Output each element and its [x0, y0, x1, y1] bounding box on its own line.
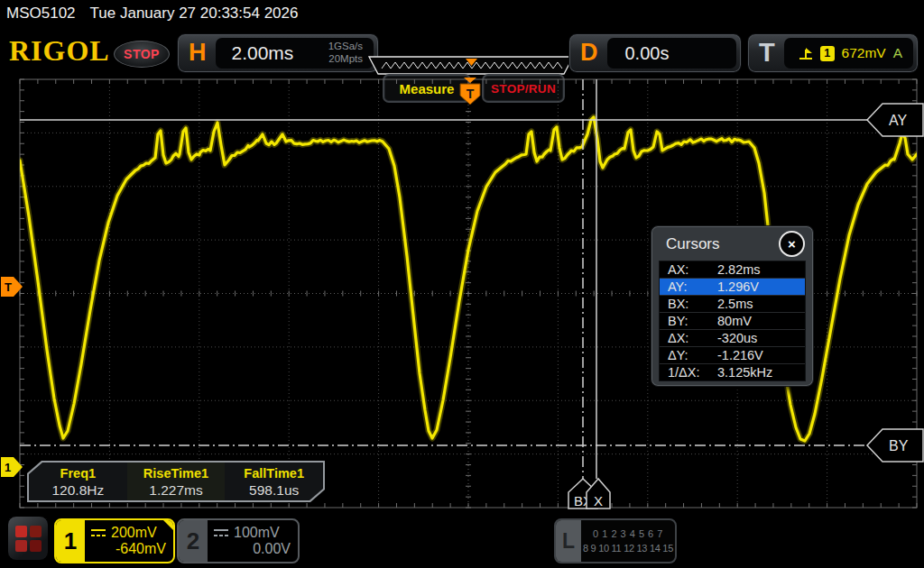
trigger-slope-icon	[797, 45, 813, 61]
logic-channels-panel[interactable]: L 0 1 2 3 4 5 6 7 8 9 10 11 12 13 14 15	[554, 518, 677, 563]
measurement-item[interactable]: RiseTime11.227ms	[127, 463, 226, 500]
measurement-item[interactable]: Freq1120.8Hz	[29, 463, 127, 500]
titlebar: MSO5102 Tue January 27 20:33:54 2026	[6, 5, 298, 23]
svg-text:T: T	[467, 87, 475, 101]
channel2-offset: 0.00V	[253, 541, 291, 557]
trigger-badge: T	[748, 38, 784, 69]
delay-badge: D	[569, 39, 607, 69]
menu-grid-button[interactable]	[7, 516, 49, 561]
datetime: Tue January 27 20:33:54 2026	[90, 5, 299, 23]
bottom-bar: 1 200mV -640mV 2	[0, 509, 924, 568]
close-icon[interactable]: ×	[779, 231, 805, 257]
cursor-readout-row[interactable]: ΔY:-1.216V	[660, 347, 805, 364]
cursor-readout-row[interactable]: ΔX:-320us	[660, 330, 805, 347]
cursor-readout-row[interactable]: AY:1.296V	[660, 279, 805, 296]
trigger-position-pointer	[464, 78, 476, 83]
cursor-readout-row[interactable]: 1/ΔX:3.125kHz	[660, 364, 805, 380]
cursor-ay-label: AY	[889, 113, 907, 128]
rigol-logo: RIGOL	[9, 34, 110, 68]
channel1-panel[interactable]: 1 200mV -640mV	[54, 518, 175, 563]
cursors-readout-list: AX:2.82msAY:1.296VBX:2.5msBY:80mVΔX:-320…	[659, 261, 806, 381]
memory-depth: 20Mpts	[328, 53, 363, 66]
channel1-scale: 200mV	[111, 525, 157, 541]
channel2-tab[interactable]: 2	[179, 520, 208, 562]
measurements-box[interactable]: Freq1120.8HzRiseTime11.227msFallTime1598…	[27, 461, 325, 502]
measurement-item[interactable]: FallTime1598.1us	[225, 463, 323, 500]
svg-text:T: T	[5, 280, 12, 294]
trigger-panel[interactable]: T 1 672mV A	[747, 33, 919, 73]
horizontal-badge: H	[178, 39, 216, 69]
cursor-by-label: BY	[889, 438, 909, 453]
logic-tab[interactable]: L	[556, 520, 581, 562]
trigger-source-badge: 1	[820, 46, 835, 61]
cursor-readout-row[interactable]: AX:2.82ms	[660, 261, 805, 279]
delay-panel[interactable]: D 0.00s	[568, 33, 742, 73]
waveform-position-bar[interactable]	[368, 56, 574, 75]
cursor-ax-label: X	[594, 493, 603, 508]
channel1-offset: -640mV	[116, 541, 166, 557]
svg-text:1: 1	[5, 461, 11, 474]
channel1-corner-fold	[163, 520, 173, 530]
model-name: MSO5102	[6, 5, 76, 23]
sample-rate: 1GSa/s	[328, 41, 363, 53]
dc-coupling-icon	[213, 528, 229, 537]
menu-grid-icon	[15, 526, 42, 552]
header-bar: RIGOL STOP H 2.00ms 1GSa/s 20Mpts Measur…	[0, 27, 924, 77]
cursor-readout-row[interactable]: BX:2.5ms	[660, 296, 805, 313]
horizontal-panel[interactable]: H 2.00ms 1GSa/s 20Mpts	[177, 33, 379, 73]
dc-coupling-icon	[90, 528, 106, 537]
trigger-mode: A	[893, 45, 913, 61]
channel2-scale: 100mV	[234, 525, 280, 541]
timebase-value: 2.00ms	[216, 42, 328, 64]
channel2-panel[interactable]: 2 100mV 0.00V	[177, 518, 300, 563]
cursors-panel[interactable]: Cursors × AX:2.82msAY:1.296VBX:2.5msBY:8…	[651, 225, 814, 387]
cursors-panel-title: Cursors	[666, 235, 779, 253]
logic-row-2: 8 9 10 11 12 13 14 15	[581, 541, 675, 556]
trigger-level-value: 672mV	[842, 45, 886, 61]
run-state-indicator[interactable]: STOP	[114, 41, 170, 68]
delay-value: 0.00s	[607, 43, 737, 64]
channel1-tab[interactable]: 1	[56, 520, 85, 562]
logic-row-1: 0 1 2 3 4 5 6 7	[581, 527, 675, 542]
cursor-readout-row[interactable]: BY:80mV	[660, 313, 805, 330]
